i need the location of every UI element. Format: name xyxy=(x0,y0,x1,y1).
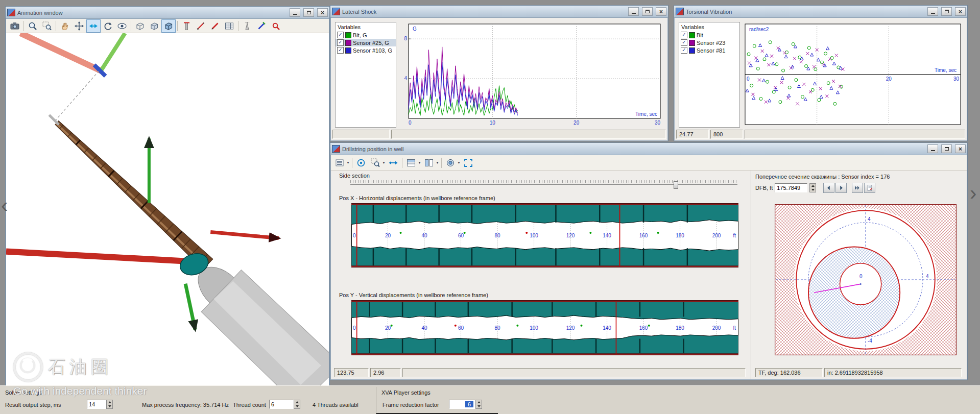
cut-section-icon xyxy=(196,21,206,31)
variable-row[interactable]: ✓Bit, G xyxy=(336,31,396,39)
expand-button[interactable] xyxy=(461,156,475,169)
target-button[interactable] xyxy=(354,156,368,169)
thread-count-input[interactable] xyxy=(269,400,294,409)
minimize-icon xyxy=(931,150,935,151)
pos-y-chart[interactable]: 020406080100120140160180200ft xyxy=(351,300,738,355)
red-pen-button[interactable] xyxy=(208,19,222,33)
variable-row[interactable]: ✓Sensor #103, G xyxy=(336,46,396,54)
status-bar xyxy=(332,130,666,139)
status-cell xyxy=(402,368,746,377)
contour-button[interactable] xyxy=(443,156,458,169)
maximize-button[interactable] xyxy=(941,144,952,153)
cube-solid-button[interactable] xyxy=(147,19,161,33)
toolbar-separator xyxy=(56,21,56,31)
torsional-vibration-titlebar[interactable]: Torsional Vibration × xyxy=(674,6,967,18)
frame-reduction-input[interactable]: 6 xyxy=(449,400,475,409)
thread-count-spinner[interactable] xyxy=(294,400,300,409)
minimize-button[interactable] xyxy=(290,8,300,17)
scroll-right-arrow[interactable]: › xyxy=(970,183,976,203)
maximize-button[interactable] xyxy=(303,8,314,17)
lateral-shock-titlebar[interactable]: Lateral Shock × xyxy=(330,6,668,18)
dfb-spinner[interactable] xyxy=(809,183,816,192)
close-icon: × xyxy=(321,10,324,16)
zoom-window-button[interactable] xyxy=(40,19,54,33)
animation-titlebar[interactable]: Animation window × xyxy=(6,7,329,19)
minimize-button[interactable] xyxy=(927,7,938,16)
columns-button[interactable] xyxy=(422,156,436,169)
prev-button[interactable] xyxy=(823,183,834,193)
variable-checkbox[interactable]: ✓ xyxy=(681,39,687,46)
variable-color-swatch xyxy=(689,47,695,54)
camera-button[interactable] xyxy=(8,19,22,33)
zoom-select-dropdown-caret[interactable]: ▾ xyxy=(381,160,386,165)
view-button[interactable] xyxy=(115,19,129,33)
blue-pen-button[interactable] xyxy=(254,19,269,33)
pos-x-chart[interactable]: 020406080100120140160180200ft xyxy=(351,203,738,267)
variable-row[interactable]: ✓Bit xyxy=(679,31,739,39)
drillstring-titlebar[interactable]: Drillstring position in well × xyxy=(330,143,967,155)
status-cell xyxy=(745,130,965,139)
view-menu-button[interactable] xyxy=(332,156,347,169)
rotate-button[interactable] xyxy=(101,19,115,33)
variable-checkbox[interactable]: ✓ xyxy=(337,47,344,54)
svg-text:180: 180 xyxy=(676,233,684,238)
animation-3d-viewport[interactable] xyxy=(6,33,329,385)
close-button[interactable]: × xyxy=(955,7,966,16)
view-menu-icon xyxy=(334,158,345,168)
variable-checkbox[interactable]: ✓ xyxy=(681,32,687,38)
ffwd-button[interactable] xyxy=(852,183,863,193)
export-doc-button[interactable] xyxy=(864,183,875,193)
maximize-button[interactable] xyxy=(642,7,653,16)
zoom-select-button[interactable] xyxy=(368,156,383,169)
minimize-button[interactable] xyxy=(927,144,938,153)
next-button[interactable] xyxy=(835,183,847,193)
frame-reduction-spinner[interactable] xyxy=(475,400,482,409)
window-title: Lateral Shock xyxy=(342,9,625,15)
variable-row[interactable]: ✓Sensor #81 xyxy=(679,46,739,54)
torsional-vibration-chart[interactable]: rad/sec2Time, sec02030 xyxy=(743,22,963,127)
dfb-input[interactable] xyxy=(775,183,807,192)
grid-table-button[interactable] xyxy=(222,19,236,33)
view-menu-dropdown-caret[interactable]: ▾ xyxy=(346,160,350,165)
variable-checkbox[interactable]: ✓ xyxy=(337,32,344,38)
close-button[interactable]: × xyxy=(955,144,966,153)
status-cell: TF, deg: 162.036 xyxy=(755,368,823,377)
move-button[interactable] xyxy=(72,19,86,33)
chart-layout-icon xyxy=(406,158,416,168)
cube-shaded-button[interactable] xyxy=(161,19,176,33)
variable-checkbox[interactable]: ✓ xyxy=(337,39,344,46)
cut-section-button[interactable] xyxy=(194,19,208,33)
variable-row[interactable]: ✓Sensor #25, G xyxy=(336,39,396,46)
scroll-left-arrow[interactable]: ‹ xyxy=(1,195,8,215)
variable-checkbox[interactable]: ✓ xyxy=(681,47,687,54)
status-cell xyxy=(332,130,390,139)
spray-button[interactable] xyxy=(240,19,254,33)
variable-label: Sensor #25, G xyxy=(353,40,389,46)
cross-section-plot[interactable]: 44-40 xyxy=(775,204,957,355)
columns-dropdown-caret[interactable]: ▾ xyxy=(435,160,440,165)
contour-dropdown-caret[interactable]: ▾ xyxy=(457,160,461,165)
chart-layout-button[interactable] xyxy=(404,156,418,169)
column-load-button[interactable] xyxy=(179,19,194,33)
chart-layout-dropdown-caret[interactable]: ▾ xyxy=(417,160,422,165)
result-step-spinner[interactable] xyxy=(106,400,113,409)
result-step-input[interactable] xyxy=(87,400,106,409)
svg-text:20: 20 xyxy=(385,325,391,331)
minimize-button[interactable] xyxy=(628,7,639,16)
axis-arrows-button[interactable] xyxy=(86,19,101,33)
red-marker-button[interactable] xyxy=(269,19,283,33)
close-button[interactable]: × xyxy=(656,7,666,16)
zoom-button[interactable] xyxy=(26,19,40,33)
fit-width-button[interactable] xyxy=(386,156,400,169)
slider-thumb[interactable] xyxy=(674,181,678,189)
variable-row[interactable]: ✓Sensor #23 xyxy=(679,39,739,46)
svg-text:20: 20 xyxy=(385,233,391,238)
target-icon xyxy=(356,158,366,168)
side-section-slider[interactable] xyxy=(350,180,737,188)
lateral-shock-chart[interactable]: 480102030GTime, sec xyxy=(399,22,663,127)
close-button[interactable]: × xyxy=(317,8,328,17)
cube-wireframe-button[interactable] xyxy=(133,19,147,33)
pan-button[interactable] xyxy=(58,19,72,33)
status-bar: TF, deg: 162.036in: 2.69118932815958 xyxy=(755,368,962,377)
maximize-button[interactable] xyxy=(941,7,952,16)
